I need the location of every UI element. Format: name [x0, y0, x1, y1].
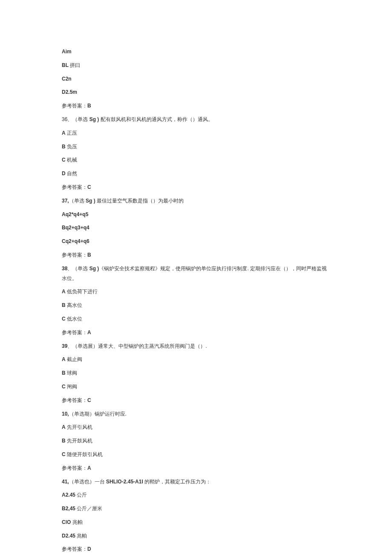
- text-line: B 球阀: [62, 368, 330, 378]
- text-line: A 低负荷下进行: [62, 287, 330, 297]
- text-line: Aq2*q4+q5: [62, 210, 330, 220]
- text-line: 41,（单选也）一台 SHLlO-2.45-A1I 的鞘炉，其额定工作压力为：: [62, 477, 330, 487]
- text-line: B2,45 公斤／厘米: [62, 504, 330, 514]
- text-line: D 自然: [62, 169, 330, 179]
- text-line: C 随便开鼓引风机: [62, 450, 330, 460]
- text-line: C2n: [62, 74, 330, 84]
- text-line: 参考答案：D: [62, 544, 330, 554]
- text-line: C 闸阀: [62, 382, 330, 392]
- text-line: ClO 兆帕: [62, 517, 330, 527]
- text-line: 参考答案：B: [62, 101, 330, 111]
- text-line: B 负压: [62, 142, 330, 152]
- text-line: 参考答案：A: [62, 328, 330, 338]
- text-line: C 机械: [62, 155, 330, 165]
- text-line: BL 拼曰: [62, 61, 330, 70]
- text-line: 37,（单选 Sg ) 最佳过量空气系数是指（）为最小时的: [62, 196, 330, 206]
- text-line: A 先开引风机: [62, 422, 330, 432]
- text-line: Bq2+q3+q4: [62, 223, 330, 233]
- text-line: A 正压: [62, 128, 330, 138]
- text-line: B 高水位: [62, 301, 330, 310]
- text-line: D2.5m: [62, 87, 330, 97]
- text-line: 参考答案：A: [62, 463, 330, 473]
- text-line: D2.45 兆帕: [62, 531, 330, 541]
- text-line: C 低水位: [62, 314, 330, 324]
- document-body: AimBL 拼曰C2nD2.5m参考答案：B36、（单选 Sg ) 配有鼓风机和…: [62, 47, 330, 555]
- text-line: B 先开鼓风机: [62, 436, 330, 446]
- text-line: 参考答案：C: [62, 396, 330, 405]
- text-line: Aim: [62, 47, 330, 57]
- text-line: 38、（单选 Sg )《锅炉安全技术监察规程》规定，使用锅炉的单位应执行排污制度…: [62, 264, 330, 283]
- text-line: Cq2+q4+q6: [62, 237, 330, 246]
- text-line: 参考答案：C: [62, 182, 330, 192]
- text-line: A 截止阀: [62, 355, 330, 364]
- text-line: 36、（单选 Sg ) 配有鼓风机和引风机的通风方式，称作（）通风。: [62, 115, 330, 124]
- text-line: 10,（单选期）锅炉运行时应.: [62, 409, 330, 419]
- text-line: 39、（单选展）通常大、中型锅炉的主蒸汽系统所用阀门是（）.: [62, 341, 330, 351]
- text-line: A2.45 公斤: [62, 490, 330, 500]
- text-line: 参考答案：B: [62, 250, 330, 260]
